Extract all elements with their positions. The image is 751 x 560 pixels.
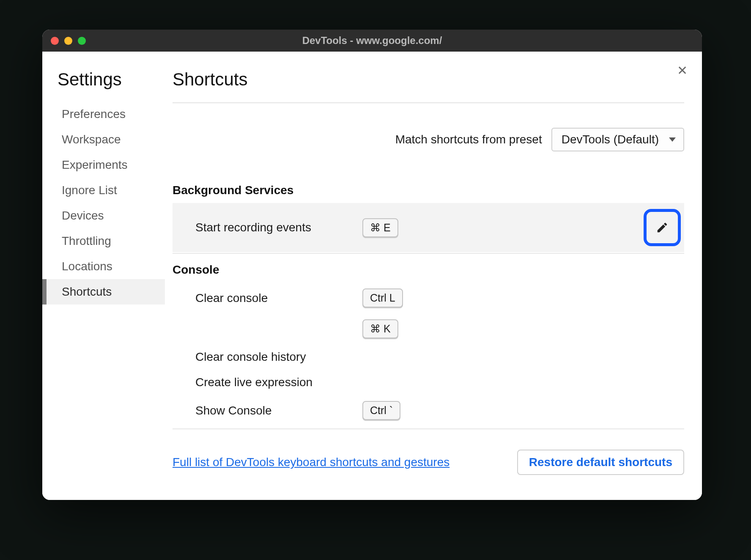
shortcut-name: Show Console bbox=[195, 404, 362, 417]
section-divider bbox=[173, 253, 684, 254]
keyboard-shortcut: ⌘ E bbox=[362, 218, 398, 237]
traffic-lights bbox=[51, 37, 86, 45]
keyboard-shortcut: Ctrl L bbox=[362, 288, 403, 307]
sidebar-item-throttling[interactable]: Throttling bbox=[42, 228, 165, 254]
edit-slot bbox=[638, 209, 684, 246]
sidebar-item-devices[interactable]: Devices bbox=[42, 203, 165, 228]
sidebar-item-preferences[interactable]: Preferences bbox=[42, 102, 165, 127]
main-panel: Shortcuts Match shortcuts from preset De… bbox=[165, 52, 702, 500]
shortcut-name: Clear console bbox=[195, 291, 362, 305]
footer-row: Full list of DevTools keyboard shortcuts… bbox=[173, 428, 684, 492]
full-list-link[interactable]: Full list of DevTools keyboard shortcuts… bbox=[173, 456, 450, 469]
preset-label: Match shortcuts from preset bbox=[395, 133, 542, 146]
keyboard-shortcut: Ctrl ` bbox=[362, 401, 400, 420]
shortcut-name: Create live expression bbox=[195, 376, 362, 389]
shortcut-row: ⌘ K bbox=[173, 313, 684, 344]
shortcut-row: Create live expression bbox=[173, 370, 684, 395]
shortcut-row: Clear console history bbox=[173, 344, 684, 370]
preset-row: Match shortcuts from preset DevTools (De… bbox=[173, 103, 684, 176]
settings-sidebar: Settings PreferencesWorkspaceExperiments… bbox=[42, 52, 165, 500]
section-header: Console bbox=[173, 255, 684, 283]
shortcut-row: Show ConsoleCtrl ` bbox=[173, 395, 684, 426]
app-window: DevTools - www.google.com/ ✕ Settings Pr… bbox=[42, 30, 702, 500]
sidebar-item-shortcuts[interactable]: Shortcuts bbox=[42, 279, 165, 305]
content-area: ✕ Settings PreferencesWorkspaceExperimen… bbox=[42, 52, 702, 500]
shortcut-keys: ⌘ E bbox=[362, 218, 638, 237]
shortcut-name: Start recording events bbox=[195, 221, 362, 234]
preset-select[interactable]: DevTools (Default) bbox=[551, 128, 684, 151]
close-window-button[interactable] bbox=[51, 37, 59, 45]
sidebar-item-workspace[interactable]: Workspace bbox=[42, 127, 165, 152]
shortcut-keys: Ctrl ` bbox=[362, 401, 638, 420]
minimize-window-button[interactable] bbox=[64, 37, 72, 45]
page-title: Shortcuts bbox=[173, 69, 684, 90]
sidebar-item-experiments[interactable]: Experiments bbox=[42, 152, 165, 178]
preset-select-value: DevTools (Default) bbox=[562, 133, 659, 146]
window-title: DevTools - www.google.com/ bbox=[42, 35, 702, 47]
zoom-window-button[interactable] bbox=[78, 37, 86, 45]
shortcut-name: Clear console history bbox=[195, 350, 362, 364]
shortcut-keys: ⌘ K bbox=[362, 319, 638, 338]
titlebar: DevTools - www.google.com/ bbox=[42, 30, 702, 52]
chevron-down-icon bbox=[669, 137, 676, 142]
restore-defaults-button[interactable]: Restore default shortcuts bbox=[517, 450, 684, 475]
section-header: Background Services bbox=[173, 176, 684, 203]
pencil-icon bbox=[656, 221, 669, 234]
sidebar-item-locations[interactable]: Locations bbox=[42, 254, 165, 279]
close-icon[interactable]: ✕ bbox=[677, 64, 688, 77]
shortcut-keys: Ctrl L bbox=[362, 288, 638, 307]
sidebar-item-ignore-list[interactable]: Ignore List bbox=[42, 178, 165, 203]
edit-shortcut-button[interactable] bbox=[644, 209, 681, 246]
keyboard-shortcut: ⌘ K bbox=[362, 319, 398, 338]
shortcut-row: Start recording events⌘ E bbox=[173, 203, 684, 252]
sidebar-title: Settings bbox=[42, 69, 165, 90]
shortcut-row: Clear consoleCtrl L bbox=[173, 283, 684, 313]
